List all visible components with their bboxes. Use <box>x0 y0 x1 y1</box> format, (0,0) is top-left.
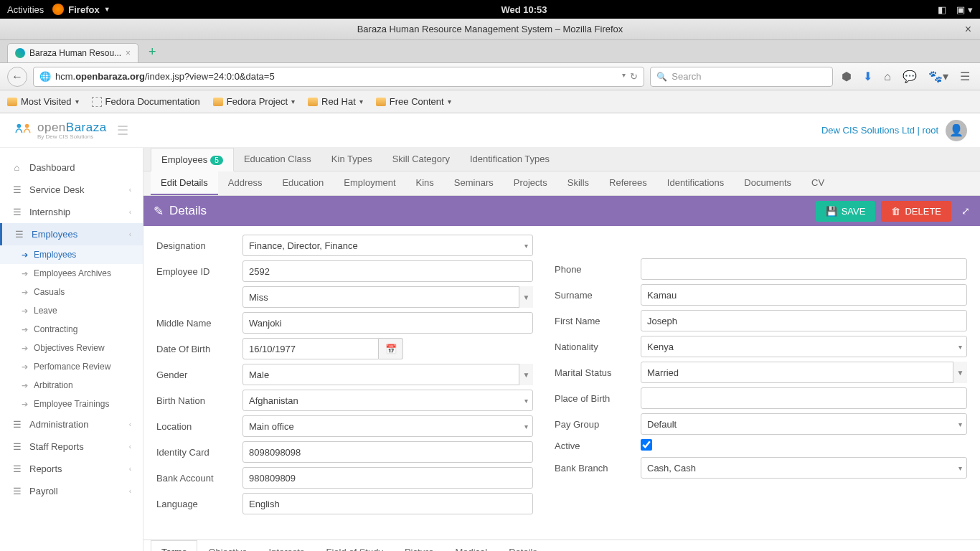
btab-picture[interactable]: Picture <box>394 540 444 551</box>
addon-icon[interactable]: 🐾▾ <box>925 70 951 83</box>
bookmark-fedora-proj[interactable]: Fedora Project▾ <box>213 96 295 107</box>
tab-skill-category[interactable]: Skill Category <box>382 148 460 171</box>
sidebar-item-payroll[interactable]: ☰Payroll‹ <box>0 480 143 502</box>
subtab-referees[interactable]: Referees <box>599 171 657 195</box>
tab-identification-types[interactable]: Identification Types <box>460 148 560 171</box>
designation-select[interactable] <box>242 235 533 256</box>
place-birth-input[interactable] <box>641 387 967 409</box>
bank-branch-select[interactable] <box>641 457 967 479</box>
subtab-projects[interactable]: Projects <box>504 171 557 195</box>
sidebar-sub-leave[interactable]: ➔Leave <box>0 301 143 320</box>
avatar[interactable]: 👤 <box>946 120 967 141</box>
btab-details[interactable]: Details <box>498 540 548 551</box>
subtab-seminars[interactable]: Seminars <box>444 171 504 195</box>
subtab-documents[interactable]: Documents <box>734 171 801 195</box>
btab-objective[interactable]: Objective <box>197 540 258 551</box>
bank-account-input[interactable] <box>242 467 533 489</box>
sidebar-item-service-desk[interactable]: ☰Service Desk‹ <box>0 179 143 201</box>
chat-icon[interactable]: 💬 <box>900 70 920 83</box>
tab-education-class[interactable]: Education Class <box>234 148 321 171</box>
pay-group-select[interactable] <box>641 413 967 435</box>
language-input[interactable] <box>242 493 533 514</box>
save-button[interactable]: 💾SAVE <box>816 201 876 222</box>
sidebar-item-internship[interactable]: ☰Internship‹ <box>0 201 143 223</box>
first-name-input[interactable] <box>641 310 967 331</box>
tab-close-button[interactable]: × <box>126 48 131 58</box>
employee-id-input[interactable] <box>242 260 533 282</box>
subtab-cv[interactable]: CV <box>801 171 834 195</box>
subtab-identifications[interactable]: Identifications <box>657 171 735 195</box>
subtab-education[interactable]: Education <box>272 171 334 195</box>
activities-label[interactable]: Activities <box>7 4 44 15</box>
label-first-name: First Name <box>555 316 641 326</box>
label-dob: Date Of Birth <box>156 344 242 354</box>
birth-nation-select[interactable] <box>242 390 533 411</box>
window-close-button[interactable]: × <box>965 23 971 36</box>
dropdown-history-icon[interactable]: ▾ <box>622 71 626 82</box>
downloads-icon[interactable]: ⬇ <box>860 70 875 83</box>
tab-kin-types[interactable]: Kin Types <box>321 148 382 171</box>
sidebar-item-dashboard[interactable]: ⌂Dashboard <box>0 156 143 179</box>
btab-terms[interactable]: Terms <box>151 540 197 551</box>
url-bar[interactable]: 🌐 hcm.openbaraza.org/index.jsp?view=24:0… <box>33 67 644 87</box>
reload-button[interactable]: ↻ <box>630 71 638 82</box>
label-active: Active <box>555 441 641 451</box>
active-checkbox[interactable] <box>641 439 652 451</box>
subtab-kins[interactable]: Kins <box>406 171 444 195</box>
sidebar-sub-objectives[interactable]: ➔Objectives Review <box>0 339 143 357</box>
subtab-employment[interactable]: Employment <box>334 171 405 195</box>
search-bar[interactable]: 🔍 Search <box>650 67 833 87</box>
sidebar-item-reports[interactable]: ☰Reports‹ <box>0 458 143 480</box>
logo[interactable]: openBaraza By Dew CIS Solutions <box>13 121 107 140</box>
employee-form: Designation▾ Employee ID ▼ Middle Name D… <box>143 226 980 540</box>
subtab-skills[interactable]: Skills <box>557 171 599 195</box>
sidebar-sub-archives[interactable]: ➔Employees Archives <box>0 264 143 283</box>
location-select[interactable] <box>242 415 533 437</box>
tab-employees[interactable]: Employees5 <box>151 148 234 171</box>
sidebar-sub-performance[interactable]: ➔Perfomance Review <box>0 357 143 376</box>
sidebar-item-employees[interactable]: ☰Employees‹ <box>0 223 143 245</box>
expand-icon[interactable]: ⤢ <box>961 205 970 217</box>
btab-medical[interactable]: Medical <box>444 540 498 551</box>
calendar-button[interactable]: 📅 <box>379 338 403 359</box>
subtab-edit-details[interactable]: Edit Details <box>151 171 218 195</box>
btab-field[interactable]: Field of Study <box>315 540 394 551</box>
hamburger-menu-icon[interactable]: ☰ <box>957 70 973 83</box>
bookmark-free-content[interactable]: Free Content▾ <box>376 96 451 107</box>
sidebar-item-staff-reports[interactable]: ☰Staff Reports‹ <box>0 435 143 458</box>
window-title-bar: Baraza Human Resource Management System … <box>0 19 980 40</box>
window-list-icon[interactable]: ◧ <box>938 4 946 15</box>
list-icon: ☰ <box>11 184 22 195</box>
middle-name-input[interactable] <box>242 312 533 334</box>
sidebar-sub-trainings[interactable]: ➔Employee Trainings <box>0 395 143 413</box>
back-button[interactable]: ← <box>7 67 27 87</box>
arrow-right-icon: ➔ <box>22 250 28 260</box>
sidebar-toggle-button[interactable]: ☰ <box>117 123 128 138</box>
new-tab-button[interactable]: + <box>146 42 159 62</box>
sidebar-sub-casuals[interactable]: ➔Casuals <box>0 283 143 301</box>
gender-select[interactable] <box>242 364 533 385</box>
delete-button[interactable]: 🗑DELETE <box>881 201 951 222</box>
pocket-icon[interactable]: ⬢ <box>839 70 854 83</box>
nationality-select[interactable] <box>641 336 967 357</box>
dob-input[interactable] <box>242 338 379 359</box>
browser-tab[interactable]: Baraza Human Resou... × <box>7 43 138 62</box>
btab-interests[interactable]: Interests <box>258 540 316 551</box>
surname-input[interactable] <box>641 284 967 306</box>
bookmark-most-visited[interactable]: Most Visited▾ <box>7 96 79 107</box>
bookmark-fedora-doc[interactable]: Fedora Documentation <box>92 96 200 107</box>
marital-select[interactable] <box>641 362 967 383</box>
title-select[interactable] <box>242 286 533 308</box>
subtab-address[interactable]: Address <box>218 171 273 195</box>
sidebar-sub-contracting[interactable]: ➔Contracting <box>0 320 143 339</box>
user-link[interactable]: Dew CIS Solutions Ltd | root <box>821 125 938 136</box>
system-menu-icon[interactable]: ▣ ▾ <box>956 4 973 15</box>
sidebar-item-administration[interactable]: ☰Administration‹ <box>0 413 143 435</box>
bookmark-redhat[interactable]: Red Hat▾ <box>308 96 363 107</box>
app-menu[interactable]: Firefox ▼ <box>52 4 110 15</box>
sidebar-sub-arbitration[interactable]: ➔Arbitration <box>0 376 143 395</box>
sidebar-sub-employees[interactable]: ➔Employees <box>0 245 143 264</box>
phone-input[interactable] <box>641 258 967 280</box>
home-icon[interactable]: ⌂ <box>881 70 894 83</box>
identity-card-input[interactable] <box>242 441 533 463</box>
